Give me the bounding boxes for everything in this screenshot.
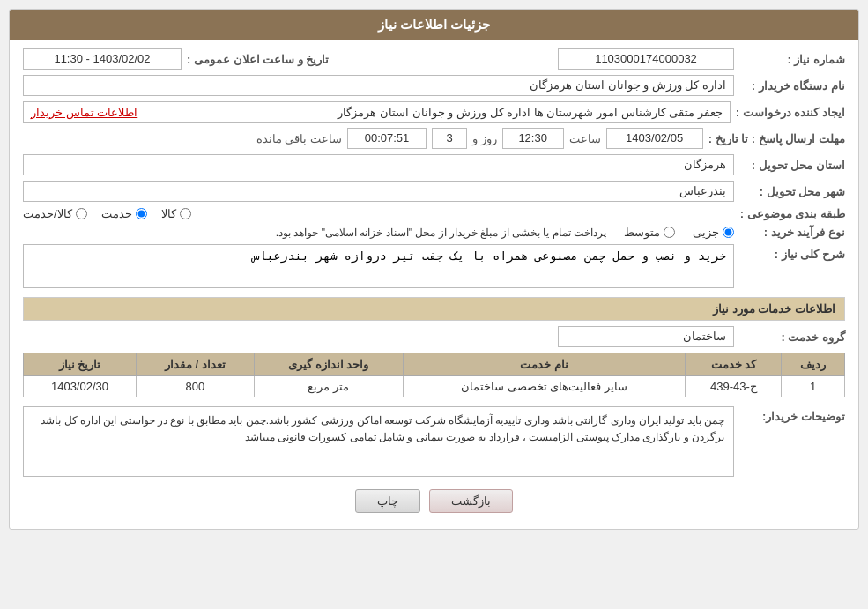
send-time-value: 12:30 xyxy=(502,128,564,149)
announce-date-label: تاریخ و ساعت اعلان عمومی : xyxy=(187,53,329,66)
process-jozii-label: جزیی xyxy=(693,226,719,239)
page-title: جزئیات اطلاعات نیاز xyxy=(10,10,858,40)
description-textarea xyxy=(23,244,734,288)
process-note: پرداخت تمام یا بخشی از مبلغ خریدار از مح… xyxy=(276,227,606,239)
province-label: استان محل تحویل : xyxy=(739,159,845,172)
col-code: کد خدمت xyxy=(686,353,782,376)
table-row: 1ج-43-439سایر فعالیت‌های تخصصی ساختمانمت… xyxy=(24,376,845,397)
process-jozii[interactable]: جزیی xyxy=(693,226,734,239)
cell-row: 1 xyxy=(782,376,845,397)
send-days-value: 3 xyxy=(432,128,467,149)
services-section-title: اطلاعات خدمات مورد نیاز xyxy=(23,297,845,321)
back-button[interactable]: بازگشت xyxy=(429,489,513,513)
send-date-label: مهلت ارسال پاسخ : تا تاریخ : xyxy=(708,132,845,145)
footer-buttons: بازگشت چاپ xyxy=(23,489,845,513)
description-label: شرح کلی نیاز : xyxy=(739,244,845,261)
print-button[interactable]: چاپ xyxy=(355,489,420,513)
buyer-org-label: نام دستگاه خریدار : xyxy=(739,79,845,93)
send-days-label: روز و xyxy=(472,132,497,145)
process-motavaset[interactable]: متوسط xyxy=(624,226,675,239)
group-service-value: ساختمان xyxy=(558,326,734,347)
col-unit: واحد اندازه گیری xyxy=(254,353,403,376)
category-khedmat-label: خدمت xyxy=(101,207,132,220)
col-date: تاریخ نیاز xyxy=(24,353,137,376)
city-label: شهر محل تحویل : xyxy=(739,185,845,198)
col-amount: تعداد / مقدار xyxy=(137,353,255,376)
announce-date-value: 1403/02/02 - 11:30 xyxy=(23,48,182,70)
buyer-notes-value: چمن باید تولید ایران وداری گارانتی باشد … xyxy=(23,406,734,477)
cell-code: ج-43-439 xyxy=(686,376,782,397)
category-label: طبقه بندی موضوعی : xyxy=(739,207,845,220)
category-khedmat[interactable]: خدمت xyxy=(101,207,147,220)
province-value: هرمزگان xyxy=(23,154,734,175)
services-table: ردیف کد خدمت نام خدمت واحد اندازه گیری ت… xyxy=(23,353,845,397)
category-kala-khedmat-label: کالا/خدمت xyxy=(23,207,72,220)
cell-date: 1403/02/30 xyxy=(24,376,137,397)
process-label: نوع فرآیند خرید : xyxy=(739,226,845,239)
creator-label: ایجاد کننده درخواست : xyxy=(736,106,845,119)
cell-unit: متر مربع xyxy=(254,376,403,397)
buyer-org-value: اداره کل ورزش و جوانان استان هرمزگان xyxy=(23,75,734,96)
creator-contact-link[interactable]: اطلاعات تماس خریدار xyxy=(31,106,137,119)
city-value: بندرعباس xyxy=(23,181,734,202)
cell-name: سایر فعالیت‌های تخصصی ساختمان xyxy=(403,376,686,397)
category-kala-label: کالا xyxy=(161,207,176,220)
order-number-label: شماره نیاز : xyxy=(739,53,845,66)
send-remaining-value: 00:07:51 xyxy=(347,128,427,149)
order-number-value: 1103000174000032 xyxy=(558,48,734,70)
group-service-label: گروه خدمت : xyxy=(739,330,845,344)
category-kala[interactable]: کالا xyxy=(161,207,191,220)
category-kala-khedmat[interactable]: کالا/خدمت xyxy=(23,207,87,220)
buyer-notes-label: توضیحات خریدار: xyxy=(739,406,845,423)
col-name: نام خدمت xyxy=(403,353,686,376)
process-motavaset-label: متوسط xyxy=(624,226,660,239)
col-row: ردیف xyxy=(782,353,845,376)
send-time-label: ساعت xyxy=(569,132,601,145)
creator-value: جعفر متقی کارشناس امور شهرستان ها اداره … xyxy=(338,106,722,119)
send-date-value: 1403/02/05 xyxy=(606,128,703,149)
send-remaining-label: ساعت باقی مانده xyxy=(256,132,342,145)
cell-amount: 800 xyxy=(137,376,255,397)
